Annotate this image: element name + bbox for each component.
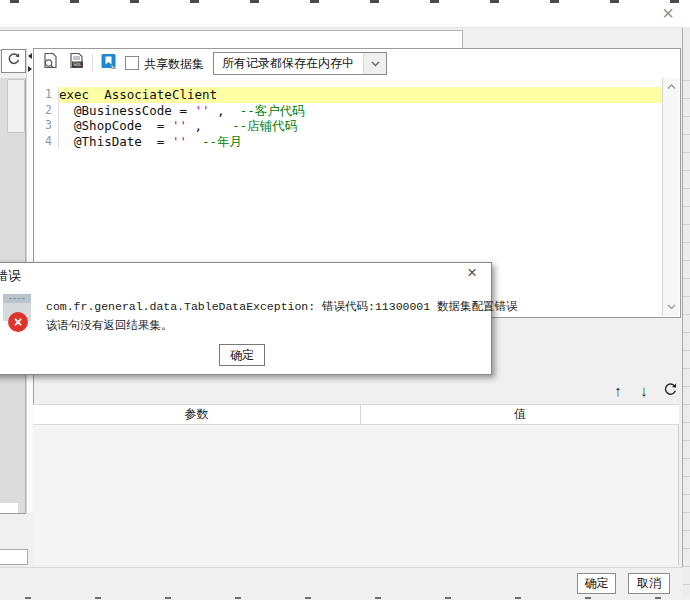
param-refresh-button[interactable]	[661, 382, 679, 400]
dataset-list-scrollbar-thumb[interactable]	[7, 79, 25, 133]
ruler-tick	[95, 597, 101, 599]
ruler-tick	[165, 597, 171, 599]
grid-line	[683, 476, 690, 477]
background-grid-strip	[683, 0, 690, 600]
preview-button[interactable]	[41, 53, 60, 73]
grid-line	[683, 530, 690, 531]
refresh-list-button[interactable]	[1, 49, 26, 73]
grid-line	[683, 98, 690, 99]
param-column-header: 参数	[33, 405, 361, 424]
parameter-table-body[interactable]	[33, 425, 679, 565]
error-dialog: 错误 × × com.fr.general.data.TableDataExce…	[0, 262, 492, 375]
ruler-tick	[305, 597, 311, 599]
arrow-up-icon: ↑	[609, 382, 627, 399]
ruler-tick	[445, 597, 451, 599]
parameter-table-header: 参数值	[33, 404, 679, 425]
code-segment: ''	[172, 118, 187, 133]
code-line[interactable]: 3 @ShopCode = '' , --店铺代码	[34, 118, 663, 134]
grid-line	[683, 134, 690, 135]
code-segment	[187, 134, 202, 149]
arrow-down-icon: ↓	[635, 382, 653, 399]
code-line[interactable]: 2 @BusinessCode = '' , --客户代码	[34, 103, 663, 119]
close-icon[interactable]: ×	[656, 2, 680, 24]
error-message-line2: 该语句没有返回结果集。	[46, 318, 173, 333]
line-number: 2	[34, 103, 59, 119]
refresh-icon	[7, 52, 21, 70]
ruler-tick	[25, 597, 31, 599]
grid-line	[683, 350, 690, 351]
error-badge-icon: ×	[8, 312, 28, 332]
param-column-header: 值	[361, 405, 679, 424]
code-segment: --店铺代码	[232, 118, 297, 133]
scroll-down-icon[interactable]	[663, 299, 679, 315]
param-move-up-button[interactable]: ↑	[609, 379, 627, 401]
code-segment: @ShopCode =	[59, 118, 172, 133]
ruler-tick	[70, 0, 79, 3]
memory-store-dropdown[interactable]: 所有记录都保存在内存中	[213, 52, 387, 75]
sql-document-icon: SQL	[68, 52, 85, 74]
svg-text:SQL: SQL	[73, 62, 82, 67]
code-text: @ShopCode = '' , --店铺代码	[59, 118, 663, 134]
grid-line	[683, 368, 690, 369]
share-dataset-checkbox[interactable]	[125, 56, 139, 70]
code-line[interactable]: 1exec AssociateClient	[34, 87, 663, 103]
grid-line	[683, 422, 690, 423]
chevron-down-icon[interactable]	[363, 53, 386, 74]
refresh-icon	[663, 382, 678, 401]
line-number: 1	[34, 87, 59, 103]
ruler-tick	[375, 597, 381, 599]
background-ruler-bottom	[0, 596, 690, 600]
error-ok-button[interactable]: 确定	[219, 344, 265, 366]
background-grid-top	[683, 0, 690, 27]
grid-line	[683, 314, 690, 315]
ruler-tick	[370, 0, 379, 3]
editor-scrollbar[interactable]	[662, 78, 679, 316]
cancel-button[interactable]: 取消	[628, 573, 670, 594]
grid-line	[683, 584, 690, 585]
collapse-right-icon[interactable]	[28, 66, 32, 72]
toolbar-separator	[92, 54, 93, 71]
ruler-tick	[310, 0, 319, 3]
error-dialog-title: 错误	[0, 267, 21, 285]
grid-line	[683, 188, 690, 189]
grid-line	[683, 440, 690, 441]
dataset-query-window: ×	[0, 0, 690, 600]
error-dialog-close-icon[interactable]: ×	[461, 264, 483, 284]
grid-line	[683, 548, 690, 549]
save-as-button[interactable]	[99, 53, 118, 73]
ruler-tick	[130, 0, 139, 3]
ruler-tick	[550, 0, 559, 3]
footer-bar: 确定 取消	[0, 567, 683, 597]
code-segment: ,	[210, 103, 240, 118]
grid-line	[683, 80, 690, 81]
sql-preview-button[interactable]: SQL	[67, 53, 86, 73]
code-line[interactable]: 4 @ThisDate = '' --年月	[34, 134, 663, 150]
code-segment: --客户代码	[240, 103, 305, 118]
grid-line	[683, 332, 690, 333]
preview-icon	[42, 52, 59, 74]
ruler-tick	[585, 597, 591, 599]
ruler-tick	[670, 0, 679, 3]
scroll-up-icon[interactable]	[663, 79, 679, 95]
dataset-list-bottom-box	[0, 549, 28, 565]
code-text: exec AssociateClient	[59, 87, 663, 103]
ok-button[interactable]: 确定	[577, 573, 616, 594]
ruler-tick	[515, 597, 521, 599]
editor-toolbar: SQL 共享数据集 所有记录都保存在内存中	[34, 49, 680, 78]
ruler-tick	[190, 0, 199, 3]
share-dataset-label: 共享数据集	[144, 56, 204, 73]
code-segment: ''	[194, 103, 209, 118]
error-message-line1: com.fr.general.data.TableDataException: …	[46, 299, 518, 314]
grid-line	[683, 278, 690, 279]
grid-line	[683, 566, 690, 567]
collapse-left-icon[interactable]	[28, 53, 32, 59]
grid-line	[683, 242, 690, 243]
param-move-down-button[interactable]: ↓	[635, 379, 653, 401]
grid-line	[683, 404, 690, 405]
ruler-tick	[655, 597, 661, 599]
ruler-tick	[490, 0, 499, 3]
line-number: 4	[34, 134, 59, 150]
code-segment: @ThisDate =	[59, 134, 172, 149]
grid-line	[683, 494, 690, 495]
code-text: @ThisDate = '' --年月	[59, 134, 663, 150]
